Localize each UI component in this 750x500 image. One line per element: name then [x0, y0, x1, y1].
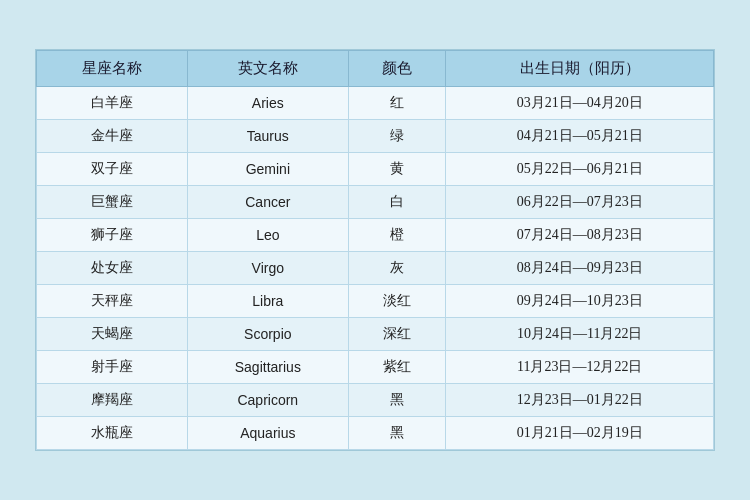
table-row: 狮子座Leo橙07月24日—08月23日 [37, 219, 714, 252]
cell-dates: 05月22日—06月21日 [446, 153, 714, 186]
table-row: 巨蟹座Cancer白06月22日—07月23日 [37, 186, 714, 219]
table-header-row: 星座名称 英文名称 颜色 出生日期（阳历） [37, 51, 714, 87]
cell-english: Gemini [187, 153, 348, 186]
table-row: 金牛座Taurus绿04月21日—05月21日 [37, 120, 714, 153]
cell-dates: 09月24日—10月23日 [446, 285, 714, 318]
cell-color: 黑 [349, 384, 446, 417]
table-row: 水瓶座Aquarius黑01月21日—02月19日 [37, 417, 714, 450]
cell-dates: 12月23日—01月22日 [446, 384, 714, 417]
table-row: 天秤座Libra淡红09月24日—10月23日 [37, 285, 714, 318]
cell-color: 黄 [349, 153, 446, 186]
zodiac-table-container: 星座名称 英文名称 颜色 出生日期（阳历） 白羊座Aries红03月21日—04… [35, 49, 715, 451]
cell-color: 淡红 [349, 285, 446, 318]
cell-dates: 07月24日—08月23日 [446, 219, 714, 252]
cell-color: 红 [349, 87, 446, 120]
cell-dates: 03月21日—04月20日 [446, 87, 714, 120]
cell-dates: 06月22日—07月23日 [446, 186, 714, 219]
col-header-chinese: 星座名称 [37, 51, 188, 87]
cell-dates: 11月23日—12月22日 [446, 351, 714, 384]
cell-color: 灰 [349, 252, 446, 285]
table-body: 白羊座Aries红03月21日—04月20日金牛座Taurus绿04月21日—0… [37, 87, 714, 450]
table-row: 射手座Sagittarius紫红11月23日—12月22日 [37, 351, 714, 384]
cell-chinese: 水瓶座 [37, 417, 188, 450]
zodiac-table: 星座名称 英文名称 颜色 出生日期（阳历） 白羊座Aries红03月21日—04… [36, 50, 714, 450]
cell-english: Taurus [187, 120, 348, 153]
cell-english: Leo [187, 219, 348, 252]
cell-english: Aries [187, 87, 348, 120]
cell-color: 紫红 [349, 351, 446, 384]
cell-english: Virgo [187, 252, 348, 285]
cell-dates: 01月21日—02月19日 [446, 417, 714, 450]
cell-color: 绿 [349, 120, 446, 153]
table-row: 双子座Gemini黄05月22日—06月21日 [37, 153, 714, 186]
cell-dates: 10月24日—11月22日 [446, 318, 714, 351]
cell-color: 黑 [349, 417, 446, 450]
cell-chinese: 射手座 [37, 351, 188, 384]
col-header-color: 颜色 [349, 51, 446, 87]
cell-color: 深红 [349, 318, 446, 351]
cell-english: Sagittarius [187, 351, 348, 384]
cell-chinese: 天蝎座 [37, 318, 188, 351]
cell-color: 白 [349, 186, 446, 219]
cell-english: Scorpio [187, 318, 348, 351]
col-header-english: 英文名称 [187, 51, 348, 87]
table-row: 天蝎座Scorpio深红10月24日—11月22日 [37, 318, 714, 351]
cell-chinese: 双子座 [37, 153, 188, 186]
cell-dates: 04月21日—05月21日 [446, 120, 714, 153]
table-row: 摩羯座Capricorn黑12月23日—01月22日 [37, 384, 714, 417]
cell-chinese: 摩羯座 [37, 384, 188, 417]
cell-english: Aquarius [187, 417, 348, 450]
cell-chinese: 金牛座 [37, 120, 188, 153]
cell-english: Cancer [187, 186, 348, 219]
cell-dates: 08月24日—09月23日 [446, 252, 714, 285]
cell-chinese: 狮子座 [37, 219, 188, 252]
cell-chinese: 白羊座 [37, 87, 188, 120]
table-row: 白羊座Aries红03月21日—04月20日 [37, 87, 714, 120]
cell-chinese: 天秤座 [37, 285, 188, 318]
cell-color: 橙 [349, 219, 446, 252]
cell-english: Capricorn [187, 384, 348, 417]
cell-chinese: 处女座 [37, 252, 188, 285]
col-header-dates: 出生日期（阳历） [446, 51, 714, 87]
table-row: 处女座Virgo灰08月24日—09月23日 [37, 252, 714, 285]
cell-english: Libra [187, 285, 348, 318]
cell-chinese: 巨蟹座 [37, 186, 188, 219]
